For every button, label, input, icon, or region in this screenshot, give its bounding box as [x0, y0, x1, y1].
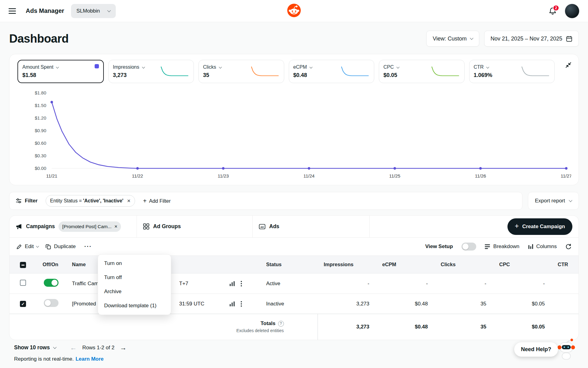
cell-impressions: 3,273 — [318, 294, 376, 314]
svg-text:AD: AD — [260, 225, 264, 228]
svg-text:$0.00: $0.00 — [35, 166, 46, 171]
totals-note: Excludes deleted entities — [9, 328, 284, 333]
row-checkbox[interactable] — [20, 280, 26, 286]
metric-card-clicks[interactable]: Clicks 35 — [198, 60, 284, 83]
totals-label: Totals — [261, 320, 276, 327]
chart-icon[interactable] — [229, 281, 235, 286]
remove-filter-icon[interactable]: × — [127, 199, 130, 203]
need-help-button[interactable]: Need Help? — [514, 342, 558, 357]
breakdown-button[interactable]: Breakdown — [485, 243, 519, 250]
help-icon[interactable]: ? — [278, 321, 284, 327]
view-setup-toggle[interactable] — [462, 243, 476, 251]
metric-label: CTR — [474, 64, 484, 70]
sparkline — [160, 65, 189, 78]
plus-icon: + — [515, 222, 519, 230]
column-header-schedule — [175, 256, 225, 274]
menu-item-download-template[interactable]: Download template (1) — [98, 299, 171, 313]
more-actions-button[interactable]: ··· — [82, 243, 94, 250]
remove-chip-icon[interactable]: × — [114, 225, 117, 228]
filter-chip[interactable]: Entity Status = 'Active', 'Inactive' × — [46, 195, 135, 207]
svg-text:$0.30: $0.30 — [35, 153, 46, 158]
chevron-down-icon — [486, 65, 489, 68]
spend-chart: $1.80$1.50$1.20$0.90$0.60$0.30$0.0011/21… — [17, 89, 571, 181]
account-selector[interactable]: SLMobbin — [71, 4, 116, 18]
edit-button[interactable]: Edit — [16, 243, 39, 250]
campaigns-table: Off/On Name Status Impressions eCPM Clic… — [9, 255, 579, 340]
metric-value: 3,273 — [113, 72, 145, 79]
tab-ad-groups[interactable]: Ad Groups — [137, 216, 253, 237]
row-toggle[interactable] — [44, 299, 58, 307]
duplicate-button[interactable]: Duplicate — [45, 243, 76, 250]
campaign-chip-label: [Promoted Post] Cam... — [62, 224, 111, 229]
campaign-filter-chip[interactable]: [Promoted Post] Cam... × — [58, 221, 121, 232]
date-range-label: Nov 21, 2025 – Nov 27, 2025 — [491, 36, 562, 42]
metric-cards: Amount Spent $1.58 Impressions 3,273 Cli… — [17, 60, 555, 83]
filter-icon — [16, 198, 22, 204]
series-color-indicator — [95, 64, 99, 68]
column-header-impressions: Impressions — [318, 256, 376, 274]
select-all-checkbox[interactable] — [20, 262, 26, 268]
totals-ctr: 1.069% — [552, 314, 579, 340]
metric-card-cpc[interactable]: CPC $0.05 — [379, 60, 465, 83]
columns-label: Columns — [536, 243, 557, 250]
columns-button[interactable]: Columns — [528, 243, 557, 250]
export-report-button[interactable]: Export report — [528, 192, 579, 210]
row-checkbox[interactable] — [20, 301, 26, 307]
hamburger-menu-icon[interactable] — [9, 8, 17, 14]
column-header-status: Status — [260, 256, 318, 274]
metric-label: Amount Spent — [22, 64, 53, 70]
date-range-button[interactable]: Nov 21, 2025 – Nov 27, 2025 — [484, 31, 579, 47]
next-page-icon[interactable]: → — [120, 344, 127, 351]
columns-icon — [528, 244, 533, 249]
learn-more-link[interactable]: Learn More — [76, 356, 104, 362]
metric-value: $1.58 — [22, 72, 58, 79]
tab-campaigns[interactable]: Campaigns [Promoted Post] Cam... × — [9, 216, 137, 237]
campaigns-panel: Campaigns [Promoted Post] Cam... × Ad Gr… — [9, 215, 579, 340]
cell-cpc: - — [493, 274, 552, 294]
chevron-down-icon — [569, 198, 572, 202]
chart-icon[interactable] — [229, 301, 235, 307]
metric-card-ecpm[interactable]: eCPM $0.48 — [289, 60, 375, 83]
metrics-panel: Amount Spent $1.58 Impressions 3,273 Cli… — [9, 54, 579, 185]
metric-card-impressions[interactable]: Impressions 3,273 — [108, 60, 194, 83]
tab-campaigns-label: Campaigns — [26, 223, 55, 230]
create-campaign-label: Create Campaign — [522, 224, 565, 230]
svg-text:11/26: 11/26 — [475, 173, 486, 178]
notifications-button[interactable]: 2 — [548, 7, 557, 15]
refresh-icon[interactable] — [565, 243, 572, 250]
metric-card-ctr[interactable]: CTR 1.069% — [469, 60, 555, 83]
show-rows-selector[interactable]: Show 10 rows — [14, 344, 56, 351]
chevron-down-icon — [142, 65, 145, 68]
menu-item-turn-off[interactable]: Turn off — [98, 270, 171, 285]
metric-card-amount-spent[interactable]: Amount Spent $1.58 — [17, 60, 104, 83]
cell-cpc: $0.05 — [493, 294, 552, 314]
row-toggle[interactable] — [44, 279, 58, 287]
page-title: Dashboard — [9, 32, 69, 45]
collapse-chart-icon[interactable] — [565, 62, 572, 69]
table-header-row: Off/On Name Status Impressions eCPM Clic… — [9, 256, 579, 274]
menu-item-turn-on[interactable]: Turn on — [98, 256, 171, 270]
filter-chip-field: Entity Status = — [50, 198, 82, 204]
notification-badge: 2 — [553, 5, 559, 11]
metric-label: eCPM — [293, 64, 307, 70]
table-row[interactable]: Traffic Campaign T+7 Active — [9, 274, 579, 294]
reddit-logo — [287, 4, 301, 18]
avatar[interactable] — [565, 4, 579, 18]
filter-button[interactable]: Filter — [16, 198, 38, 204]
chevron-down-icon — [107, 9, 111, 12]
chevron-down-icon — [470, 36, 473, 40]
metric-value: $0.48 — [293, 72, 312, 79]
kebab-menu-icon[interactable] — [240, 281, 242, 287]
tab-ads[interactable]: AD Ads — [253, 216, 370, 237]
add-filter-button[interactable]: + Add Filter — [143, 197, 171, 205]
filter-bar: Filter Entity Status = 'Active', 'Inacti… — [9, 192, 522, 210]
cell-impressions: - — [318, 274, 376, 294]
kebab-menu-icon[interactable] — [240, 301, 242, 307]
pagination: Show 10 rows ← Rows 1-2 of 2 → — [9, 344, 579, 351]
create-campaign-button[interactable]: + Create Campaign — [507, 218, 572, 235]
table-row[interactable]: [Promoted Post] 31:59 UTC Inactive — [9, 294, 579, 314]
menu-item-archive[interactable]: Archive — [98, 285, 171, 299]
svg-text:11/21: 11/21 — [46, 173, 57, 178]
view-selector-button[interactable]: View: Custom — [426, 31, 479, 47]
previous-page-icon[interactable]: ← — [70, 344, 77, 351]
